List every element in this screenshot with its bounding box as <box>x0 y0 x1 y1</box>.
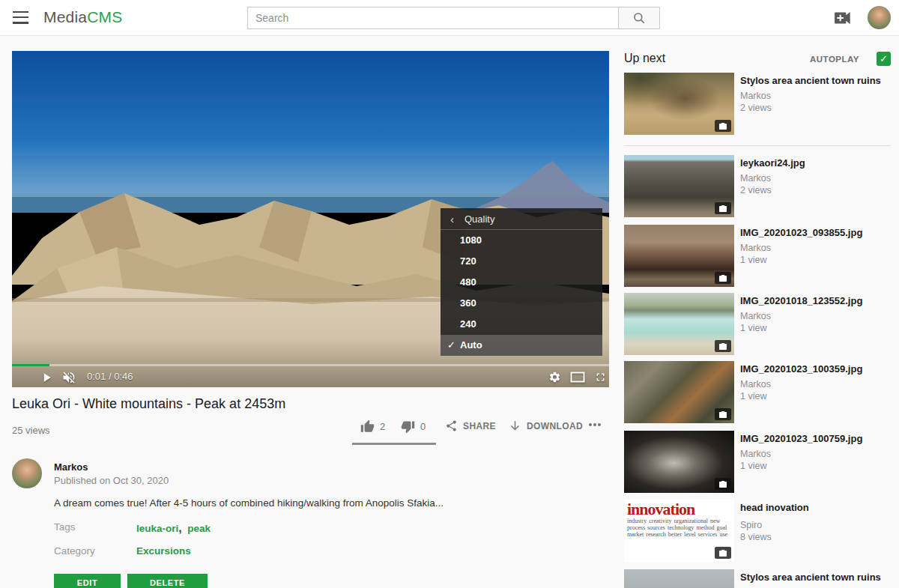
thumbnail <box>624 73 734 135</box>
related-item-5[interactable]: IMG_20201023_100359.jpg Markos 1 view <box>624 361 891 423</box>
related-item-6[interactable]: IMG_20201023_100759.jpg Markos 1 view <box>624 431 891 493</box>
thumbnail <box>624 361 734 423</box>
seek-bar-played <box>12 364 49 366</box>
fullscreen-icon[interactable] <box>594 371 607 384</box>
author-avatar[interactable] <box>12 458 42 488</box>
action-bar: 2 0 SHARE DOWNLOAD <box>352 419 609 439</box>
like-count: 2 <box>380 421 386 432</box>
settings-icon[interactable] <box>548 371 561 384</box>
tags-list: leuka-ori, peak <box>136 521 211 535</box>
like-ratio-bar <box>352 443 436 445</box>
edit-media-button[interactable]: EDIT MEDIA <box>54 574 121 588</box>
related-item-3[interactable]: IMG_20201023_093855.jpg Markos 1 view <box>624 225 891 287</box>
search-button[interactable] <box>618 7 660 29</box>
camera-icon <box>718 410 727 419</box>
author-name[interactable]: Markos <box>54 461 88 473</box>
up-next-item-1[interactable]: Stylos area ancient town ruins Markos 2 … <box>624 73 891 135</box>
menu-icon[interactable] <box>13 11 28 24</box>
video-upload-icon <box>834 10 853 26</box>
media-title: Leuka Ori - White mountains - Peak at 24… <box>12 396 581 412</box>
download-button[interactable]: DOWNLOAD <box>509 419 583 432</box>
thumbnail <box>624 293 734 355</box>
theater-mode-icon[interactable] <box>570 372 585 383</box>
category-label: Category <box>54 545 95 557</box>
mute-icon[interactable] <box>61 370 76 385</box>
user-avatar[interactable] <box>868 6 891 29</box>
download-icon <box>509 419 521 432</box>
quality-menu: ‹ Quality 1080 720 480 360 240 ✓ Auto <box>441 208 602 356</box>
quality-option-auto[interactable]: ✓ Auto <box>441 335 602 356</box>
thumbs-up-icon <box>360 419 375 434</box>
more-icon <box>588 422 602 427</box>
autoplay-checkbox[interactable]: ✓ <box>877 52 891 66</box>
top-bar: MediaCMS <box>0 0 899 36</box>
camera-icon <box>718 480 727 488</box>
seek-bar[interactable] <box>12 364 609 366</box>
quality-option-360[interactable]: 360 <box>441 293 602 314</box>
tags-label: Tags <box>54 521 76 533</box>
logo-media-text: Media <box>43 8 87 25</box>
share-label: SHARE <box>463 421 496 431</box>
thumbs-down-icon <box>401 419 415 434</box>
logo-cms-text: CMS <box>87 8 122 25</box>
view-count: 25 views <box>12 425 50 436</box>
delete-media-button[interactable]: DELETE MEDIA <box>127 574 208 588</box>
dislike-button[interactable]: 0 <box>401 419 426 434</box>
search-bar <box>247 7 660 29</box>
quality-menu-header[interactable]: ‹ Quality <box>441 208 602 230</box>
quality-option-240[interactable]: 240 <box>441 314 602 335</box>
media-description: A dream comes true! After 4-5 hours of c… <box>54 497 578 509</box>
share-button[interactable]: SHARE <box>445 419 496 432</box>
thumbnail <box>624 569 734 588</box>
category-link[interactable]: Excursions <box>136 545 191 557</box>
camera-icon <box>718 549 727 557</box>
check-icon: ✓ <box>880 53 888 64</box>
search-input[interactable] <box>247 7 618 29</box>
related-item-2[interactable]: leykaori24.jpg Markos 2 views <box>624 155 891 217</box>
quality-option-1080[interactable]: 1080 <box>441 230 602 251</box>
search-icon <box>632 11 646 25</box>
more-actions-button[interactable] <box>588 422 602 427</box>
thumbnail <box>624 431 734 493</box>
video-player[interactable]: ‹ Quality 1080 720 480 360 240 ✓ Auto 0:… <box>12 51 609 387</box>
tag-link-leuka-ori[interactable]: leuka-ori <box>136 523 178 534</box>
check-icon: ✓ <box>447 335 455 356</box>
dislike-count: 0 <box>420 421 426 432</box>
download-label: DOWNLOAD <box>527 421 583 431</box>
related-item-8[interactable]: Stylos area ancient town ruins <box>624 569 891 588</box>
autoplay-label: AUTOPLAY <box>810 55 859 64</box>
camera-icon <box>718 342 727 351</box>
thumbnail <box>624 155 734 217</box>
time-display: 0:01 / 0:46 <box>87 371 133 382</box>
sidebar-divider <box>624 145 891 146</box>
thumbnail: innovation industry creativity organizat… <box>624 500 734 562</box>
related-item-4[interactable]: IMG_20201018_123552.jpg Markos 1 view <box>624 293 891 355</box>
innovation-word-cloud: industry creativity organizational new p… <box>627 518 731 538</box>
publish-date: Published on Oct 30, 2020 <box>54 475 169 486</box>
upload-media-button[interactable] <box>834 10 853 26</box>
quality-option-720[interactable]: 720 <box>441 251 602 272</box>
up-next-heading: Up next <box>624 52 665 65</box>
thumbnail <box>624 225 734 287</box>
camera-icon <box>718 122 727 130</box>
logo[interactable]: MediaCMS <box>43 8 122 26</box>
play-icon[interactable] <box>39 370 54 385</box>
player-controls: 0:01 / 0:46 <box>12 369 609 387</box>
tag-separator: , <box>178 521 181 534</box>
camera-icon <box>718 204 727 213</box>
share-icon <box>445 419 458 432</box>
related-item-7[interactable]: innovation industry creativity organizat… <box>624 500 891 562</box>
innovation-word: innovation <box>627 501 731 518</box>
camera-icon <box>718 274 727 282</box>
like-button[interactable]: 2 <box>360 419 386 434</box>
tag-link-peak[interactable]: peak <box>187 523 211 534</box>
chevron-left-icon: ‹ <box>450 213 454 225</box>
quality-option-480[interactable]: 480 <box>441 272 602 293</box>
quality-menu-title: Quality <box>464 213 494 225</box>
mediacms-video-page: MediaCMS <box>0 0 899 588</box>
